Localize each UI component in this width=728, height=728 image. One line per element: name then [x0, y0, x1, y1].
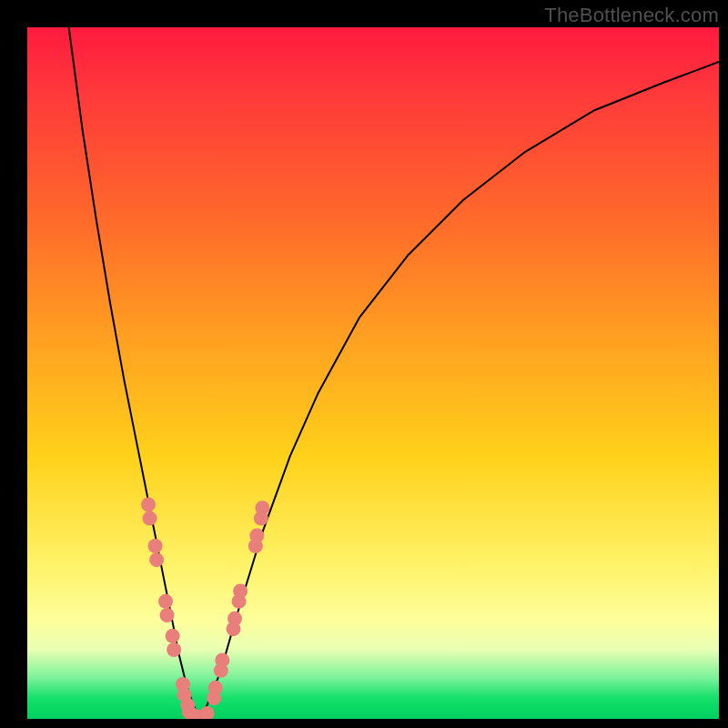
marker-dots-left: [143, 511, 157, 526]
marker-dots-left: [158, 594, 173, 609]
marker-dots-right: [233, 583, 248, 598]
marker-dots-left: [167, 642, 181, 657]
marker-dots-right: [208, 681, 223, 695]
marker-dots-right: [228, 612, 242, 626]
chart-frame: TheBottleneck.com: [0, 0, 728, 728]
marker-dots-left: [166, 629, 180, 643]
plot-area: [27, 27, 719, 719]
marker-dots-left: [160, 608, 175, 622]
marker-dots-right: [249, 529, 264, 543]
marker-dots-right: [215, 652, 229, 667]
marker-dots-left: [149, 552, 164, 567]
marker-dots-bottom: [200, 706, 215, 719]
marker-dots-left: [141, 497, 156, 511]
watermark-text: TheBottleneck.com: [544, 4, 719, 27]
marker-dots-left: [148, 539, 163, 553]
chart-svg: [27, 27, 719, 719]
marker-dots-right: [255, 500, 269, 515]
